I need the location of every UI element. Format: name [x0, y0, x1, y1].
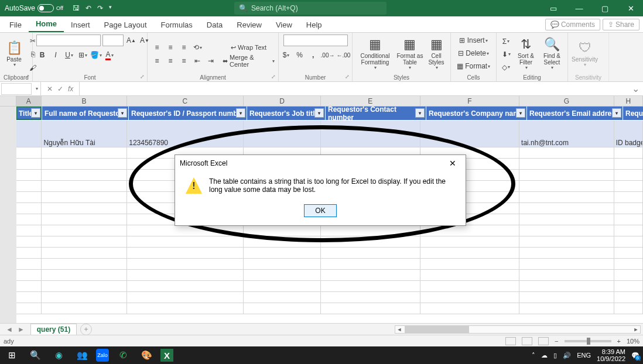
cell[interactable]: [127, 292, 244, 303]
teams-icon[interactable]: 👥: [70, 346, 94, 364]
cell[interactable]: [244, 236, 321, 248]
format-cells-button[interactable]: ▦ Format▾: [457, 60, 490, 72]
cell[interactable]: [127, 270, 244, 281]
cell[interactable]: [127, 259, 244, 270]
cell[interactable]: [519, 170, 614, 181]
page-layout-view-icon[interactable]: [522, 337, 532, 345]
cell[interactable]: [127, 281, 244, 292]
font-launcher-icon[interactable]: ⤢: [139, 73, 146, 80]
zalo-icon[interactable]: Zalo: [96, 349, 109, 362]
cell[interactable]: [614, 236, 643, 248]
cell-styles-button[interactable]: ▦Cell Styles▾: [426, 40, 447, 68]
col-header-G[interactable]: G: [519, 96, 614, 107]
cell[interactable]: [420, 236, 519, 248]
cell[interactable]: [16, 225, 42, 236]
cell[interactable]: [614, 203, 643, 214]
autosave-toggle[interactable]: AutoSave Off: [0, 4, 68, 12]
volume-icon[interactable]: 🔊: [563, 352, 571, 359]
cell[interactable]: [519, 303, 614, 314]
cell[interactable]: [42, 203, 127, 214]
scroll-left-icon[interactable]: ◄: [395, 326, 403, 333]
italic-button[interactable]: I: [50, 49, 61, 61]
cell[interactable]: [16, 147, 42, 159]
table-header[interactable]: Full name of Requestor▾: [42, 107, 129, 121]
table-header[interactable]: Requestor's ID / Passport number▾: [129, 107, 247, 121]
share-button[interactable]: ⇪Share: [603, 19, 639, 30]
underline-button[interactable]: U▾: [63, 49, 75, 61]
cell[interactable]: [614, 225, 643, 236]
maximize-icon[interactable]: ▢: [593, 0, 617, 16]
cell[interactable]: [244, 225, 321, 236]
zoom-slider[interactable]: [565, 340, 611, 342]
enter-formula-icon[interactable]: ✓: [57, 85, 63, 93]
col-header-H[interactable]: H: [614, 96, 643, 107]
cell[interactable]: [420, 121, 519, 147]
close-icon[interactable]: ✕: [618, 0, 643, 16]
namebox-dropdown-icon[interactable]: ▾: [33, 86, 40, 91]
cell[interactable]: [16, 270, 42, 281]
cell[interactable]: [42, 292, 127, 303]
decrease-decimal-icon[interactable]: ←.00: [337, 49, 351, 61]
clipboard-launcher-icon[interactable]: ⤢: [24, 73, 31, 80]
cell[interactable]: [16, 214, 42, 225]
currency-icon[interactable]: $▾: [281, 49, 292, 61]
zoom-in-icon[interactable]: +: [617, 338, 621, 345]
alignment-launcher-icon[interactable]: ⤢: [270, 73, 277, 80]
cell[interactable]: [16, 236, 42, 248]
filter-icon[interactable]: ▾: [516, 108, 525, 118]
ribbon-options-icon[interactable]: ▭: [541, 0, 566, 16]
cell[interactable]: [42, 236, 127, 248]
worksheet[interactable]: A B C D E F G H Title▾ Full name of Requ…: [0, 96, 643, 323]
sheet-nav-next-icon[interactable]: ►: [18, 325, 25, 334]
select-all-corner[interactable]: [0, 96, 16, 107]
cell[interactable]: [519, 259, 614, 270]
cell[interactable]: [16, 281, 42, 292]
insert-cells-button[interactable]: ⊞ Insert▾: [459, 35, 487, 46]
cell[interactable]: [519, 270, 614, 281]
cell[interactable]: [16, 203, 42, 214]
cell[interactable]: [16, 181, 42, 192]
orientation-icon[interactable]: ⟲▾: [191, 42, 203, 53]
cell[interactable]: [42, 159, 127, 170]
delete-cells-button[interactable]: ⊟ Delete▾: [458, 47, 489, 59]
cell[interactable]: [244, 248, 321, 259]
tab-data[interactable]: Data: [200, 18, 230, 32]
increase-decimal-icon[interactable]: .00→: [321, 49, 335, 61]
notifications-icon[interactable]: 💬6: [631, 352, 639, 359]
cell[interactable]: [614, 292, 643, 303]
cell[interactable]: [42, 259, 127, 270]
autosum-icon[interactable]: Σ▾: [500, 36, 512, 47]
start-icon[interactable]: ⊞: [0, 346, 23, 364]
filter-icon[interactable]: ▾: [314, 108, 324, 118]
number-launcher-icon[interactable]: ⤢: [344, 73, 351, 80]
wrap-text-button[interactable]: ↩ Wrap Text: [223, 42, 275, 53]
scroll-thumb[interactable]: [405, 326, 469, 333]
cell[interactable]: [16, 292, 42, 303]
cell[interactable]: [244, 281, 321, 292]
percent-icon[interactable]: %: [294, 49, 306, 61]
new-sheet-button[interactable]: ＋: [80, 324, 92, 335]
zoom-level[interactable]: 10%: [627, 338, 639, 345]
number-format-dropdown[interactable]: [283, 35, 348, 46]
col-header-E[interactable]: E: [321, 96, 420, 107]
cell[interactable]: [420, 303, 519, 314]
fx-icon[interactable]: fx: [68, 85, 73, 93]
table-header[interactable]: Requestor's Job title▾: [247, 107, 326, 121]
cell[interactable]: Nguyễn Hữu Tài: [42, 121, 127, 147]
taskbar-search-icon[interactable]: 🔍: [23, 346, 47, 364]
cell[interactable]: [16, 170, 42, 181]
cell[interactable]: [42, 192, 127, 203]
normal-view-icon[interactable]: [505, 337, 516, 345]
cell[interactable]: [127, 225, 244, 236]
cell[interactable]: [420, 281, 519, 292]
align-top-icon[interactable]: ≡: [151, 42, 163, 53]
cell[interactable]: [42, 303, 127, 314]
cell[interactable]: [321, 225, 420, 236]
qat-dropdown-icon[interactable]: ▾: [109, 4, 112, 12]
comma-icon[interactable]: ,: [307, 49, 319, 61]
network-icon[interactable]: ▯: [553, 352, 557, 359]
search-box[interactable]: 🔍 Search (Alt+Q): [234, 2, 387, 15]
cell[interactable]: [519, 159, 614, 170]
cell[interactable]: [16, 192, 42, 203]
filter-icon[interactable]: ▾: [118, 108, 127, 118]
